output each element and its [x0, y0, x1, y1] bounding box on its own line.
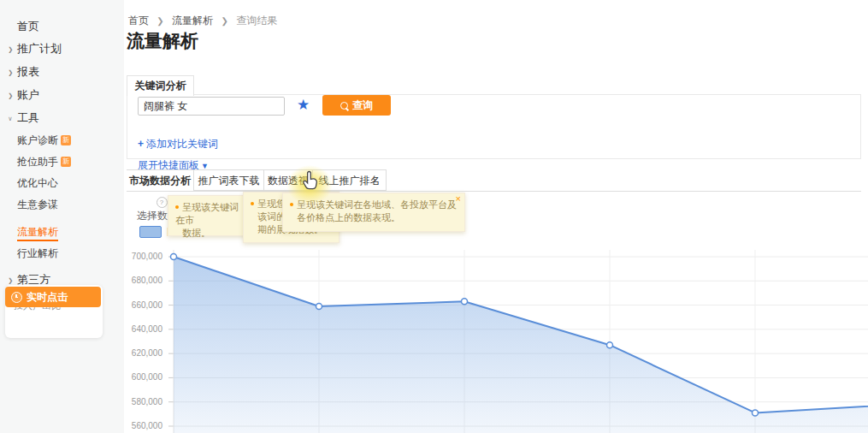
tab-label: 市场数据分析 — [129, 175, 191, 187]
y-axis-tick-label: 560,000 — [118, 421, 162, 430]
sidebar-item-rank-assistant[interactable]: 抢位助手新 — [17, 151, 124, 173]
tooltip-line: 呈现该关键词在各地域、各投放平台及 — [297, 199, 457, 210]
breadcrumb-current: 查询结果 — [236, 15, 277, 27]
help-tooltip-ranking: × 呈现该关键词在各地域、各投放平台及 各价格点上的数据表现。 — [282, 193, 465, 232]
sidebar-item-label: 抢位助手 — [17, 156, 58, 168]
sidebar-item-business-advisor[interactable]: 生意参谋 — [17, 194, 124, 216]
sidebar-item-reports[interactable]: ❯报表 — [0, 61, 124, 84]
sidebar-item-label: 流量解析 — [17, 226, 58, 241]
tooltip-line: 呈现该关键词在市 — [175, 202, 239, 225]
chevron-right-icon: ❯ — [8, 41, 16, 59]
y-axis-tick-label: 680,000 — [118, 276, 162, 285]
sidebar-item-home[interactable]: 首页 — [0, 15, 124, 38]
breadcrumb-separator: ❯ — [221, 16, 227, 26]
sidebar-item-label: 生意参谋 — [17, 199, 58, 211]
keyword-analysis-body: ★ 查询 +添加对比关键词 展开快捷面板▼ — [127, 94, 861, 159]
keyword-analysis-card: 关键词分析 ★ 查询 +添加对比关键词 展开快捷面板▼ — [127, 75, 861, 158]
tab-data-pivot[interactable]: 数据透视? — [263, 169, 313, 191]
sidebar-item-label: 工具 — [17, 111, 39, 124]
sidebar-item-label: 推广计划 — [17, 42, 62, 55]
new-badge: 新 — [61, 135, 71, 145]
data-tabs-bar: 市场数据分析? 推广词表下载? 数据透视? 线上推广排名? — [127, 169, 861, 192]
sidebar-item-label: 账户 — [17, 88, 39, 101]
query-button[interactable]: 查询 — [322, 95, 391, 116]
bullet-icon — [290, 203, 293, 206]
sidebar-item-label: 账户诊断 — [17, 134, 58, 146]
y-axis-tick-label: 640,000 — [118, 324, 162, 334]
favorite-star-icon[interactable]: ★ — [297, 96, 310, 115]
close-icon[interactable]: × — [456, 194, 461, 204]
tab-promotion-wordlist-download[interactable]: 推广词表下载? — [193, 169, 264, 191]
sidebar-item-account[interactable]: ❯账户 — [0, 84, 124, 107]
breadcrumb: 首页 ❯ 流量解析 ❯ 查询结果 — [128, 14, 277, 28]
tab-label: 数据透视 — [268, 175, 309, 187]
sidebar-item-account-diagnosis[interactable]: 账户诊断新 — [17, 130, 124, 151]
breadcrumb-section[interactable]: 流量解析 — [172, 15, 213, 27]
y-axis-tick-label: 580,000 — [118, 397, 162, 406]
plus-icon: + — [138, 138, 144, 150]
y-axis-tick-label: 660,000 — [118, 300, 162, 310]
tab-label: 推广词表下载 — [198, 175, 260, 187]
search-icon — [340, 102, 348, 110]
sidebar-item-tools[interactable]: ∨工具 — [0, 107, 124, 130]
new-badge: 新 — [61, 157, 71, 167]
tab-online-promotion-ranking[interactable]: 线上推广排名? — [312, 169, 387, 191]
sidebar-item-optimization-center[interactable]: 优化中心 — [17, 173, 124, 194]
tools-submenu: 账户诊断新 抢位助手新 优化中心 生意参谋 流量解析 行业解析 — [0, 130, 124, 264]
help-tooltip-market: 呈现该关键词在市 数据。 — [168, 195, 248, 236]
sidebar-item-promotion-plan[interactable]: ❯推广计划 — [0, 38, 124, 61]
sidebar-item-traffic-analysis[interactable]: 流量解析 — [17, 222, 124, 243]
tooltip-line: 数据。 — [182, 228, 210, 238]
bullet-icon — [175, 205, 179, 209]
tooltip-line: 各价格点上的数据表现。 — [297, 212, 400, 222]
add-compare-keyword-link[interactable]: +添加对比关键词 — [138, 137, 218, 151]
breadcrumb-separator: ❯ — [156, 16, 163, 26]
keyword-input[interactable] — [138, 97, 285, 116]
y-axis-tick-label: 620,000 — [118, 348, 162, 358]
help-icon[interactable]: ? — [156, 197, 168, 208]
tab-label: 线上推广排名 — [319, 175, 381, 187]
sidebar-item-label: 首页 — [17, 20, 39, 33]
bullet-icon — [251, 202, 254, 205]
y-axis-tick-label: 700,000 — [118, 252, 162, 261]
tab-market-data-analysis[interactable]: 市场数据分析? — [127, 169, 194, 191]
tab-keyword-analysis[interactable]: 关键词分析 — [127, 75, 194, 96]
sidebar-item-label: 报表 — [17, 65, 39, 78]
traffic-trend-chart[interactable]: 700,000680,000660,000640,000620,000600,0… — [0, 246, 868, 433]
chevron-down-icon: ∨ — [8, 110, 16, 128]
add-compare-keyword-label: 添加对比关键词 — [146, 138, 218, 150]
y-axis-tick-label: 600,000 — [118, 372, 162, 382]
query-button-label: 查询 — [352, 98, 373, 113]
legend-swatch-icon — [139, 226, 162, 238]
chevron-right-icon: ❯ — [8, 64, 16, 82]
breadcrumb-home[interactable]: 首页 — [128, 15, 149, 27]
chevron-right-icon: ❯ — [8, 87, 16, 105]
sidebar-item-label: 优化中心 — [17, 177, 58, 189]
page-title: 流量解析 — [127, 29, 198, 53]
